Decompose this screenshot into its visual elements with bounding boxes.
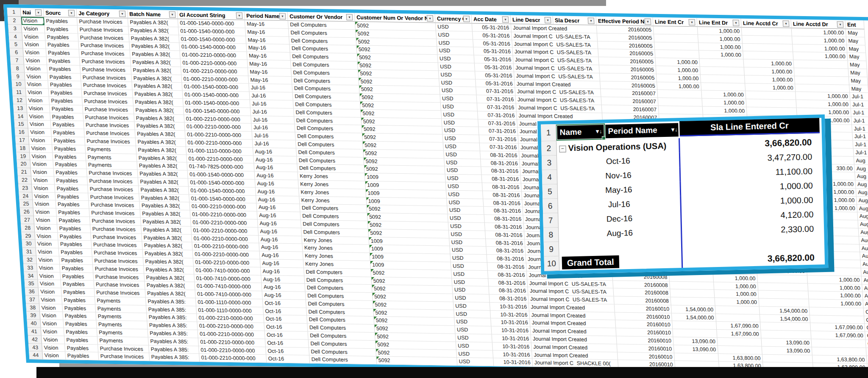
cell-currency[interactable]: USD <box>447 198 484 207</box>
cell-sla[interactable]: US-SALES-TA <box>554 41 598 49</box>
row-number[interactable]: 16 <box>15 128 29 136</box>
cell-ent_dr[interactable] <box>699 59 744 67</box>
cell-account[interactable]: 01-000-1540-0000-000 <box>183 91 250 100</box>
cell-vendor[interactable]: Dell Computers <box>297 164 364 173</box>
cell-eff[interactable]: 20160005 <box>598 57 656 66</box>
cell-vendor[interactable]: Kerry Jones <box>302 244 370 253</box>
cell-currency[interactable]: USD <box>443 135 480 143</box>
filter-dropdown-button[interactable]: ▼ <box>68 10 75 16</box>
cell-ent_cr[interactable]: 1,54,000.00 <box>672 313 716 322</box>
cell-vendor_num[interactable]: 5092 <box>376 357 457 366</box>
cell-period[interactable]: Aug-16 <box>254 164 298 172</box>
cell-acc_date[interactable]: 07-31-2016 <box>477 95 516 104</box>
cell-batch[interactable]: Payables A 382( <box>139 202 190 211</box>
cell-currency[interactable]: USD <box>453 294 490 303</box>
cell-currency[interactable]: USD <box>436 31 473 39</box>
cell-acctd_cr[interactable] <box>742 36 793 44</box>
cell-vendor[interactable]: Dell Computers <box>294 117 362 125</box>
row-number[interactable]: 14 <box>14 112 28 120</box>
cell-period[interactable]: Aug-16 <box>256 203 300 212</box>
cell-eff[interactable]: 20160008 <box>613 281 670 289</box>
cell-acctd_cr[interactable]: 1,000.00 <box>744 67 795 76</box>
filter-dropdown-button[interactable]: ▼ <box>732 19 739 26</box>
cell-account[interactable]: 01-000-2210-0000-000 <box>186 155 254 164</box>
cell-batch[interactable]: Payables A 382( <box>136 146 186 155</box>
cell-source[interactable]: Payables <box>53 153 86 161</box>
cell-account[interactable]: 01-000-1540-0000-000 <box>188 171 255 180</box>
cell-account[interactable]: 01-000-1540-0000-000 <box>178 19 245 28</box>
pivot-row-number[interactable]: 7 <box>543 213 559 228</box>
cell-batch[interactable]: Payables A 382( <box>128 26 179 35</box>
cell-batch[interactable]: Payables A 382( <box>136 154 187 163</box>
cell-ent_dr[interactable]: 1,67,090.00 <box>716 322 761 331</box>
cell-source[interactable]: Payables <box>63 320 97 328</box>
cell-source[interactable]: Payables <box>45 41 79 50</box>
cell-eff[interactable]: 20160008 <box>612 272 670 281</box>
cell-vendor[interactable]: Dell Computers <box>309 340 376 349</box>
cell-acc_date[interactable]: 08-31-2016 <box>489 286 528 295</box>
cell-currency[interactable]: USD <box>452 286 489 295</box>
cell-ent[interactable]: Aug <box>854 157 868 165</box>
cell-name[interactable]: Vision <box>42 344 65 352</box>
cell-period[interactable]: Aug-16 <box>259 243 303 252</box>
cell-batch[interactable]: Payables A 382( <box>131 66 181 75</box>
cell-currency[interactable]: USD <box>456 350 493 359</box>
cell-ent[interactable]: Aug <box>860 245 868 253</box>
cell-line[interactable]: Journal Import Created <box>511 24 554 33</box>
cell-ent_cr[interactable] <box>659 106 703 114</box>
sort-down-icon[interactable]: ▼↓ <box>595 123 601 140</box>
row-number[interactable]: 10 <box>11 81 25 89</box>
cell-account[interactable]: 01-000-2210-0000-000 <box>199 354 267 363</box>
cell-source[interactable]: Payables <box>52 145 86 153</box>
cell-account[interactable]: 01-000-2210-0000-000 <box>198 330 265 339</box>
cell-period[interactable]: Aug-16 <box>256 188 299 196</box>
cell-sla[interactable]: US-SALES-TA <box>556 57 599 65</box>
row-number[interactable]: 2 <box>8 17 22 25</box>
cell-acc_date[interactable]: 10-31-2016 <box>493 359 533 367</box>
cell-name[interactable]: Vision <box>22 25 45 33</box>
cell-name[interactable]: Vision <box>32 184 55 193</box>
cell-vendor[interactable]: Dell Computers <box>300 204 367 213</box>
cell-source[interactable]: Payables <box>47 57 80 66</box>
cell-eff[interactable]: 20160005 <box>597 33 654 42</box>
cell-source[interactable]: Payables <box>60 264 93 273</box>
cell-currency[interactable]: USD <box>444 150 481 159</box>
cell-acc_date[interactable]: 05-31-2016 <box>476 79 515 88</box>
cell-ent[interactable]: Aug <box>859 228 868 236</box>
cell-account[interactable]: 01-000-2210-0000-000 <box>181 59 248 68</box>
cell-je[interactable]: Purchase Invoices <box>80 65 131 74</box>
cell-account[interactable]: 01-000-2210-0000-000 <box>198 338 266 347</box>
row-number[interactable]: 26 <box>20 208 34 216</box>
cell-sla[interactable]: US-SALES-TA <box>570 280 613 288</box>
cell-ent[interactable]: Jul-1 <box>853 141 868 149</box>
cell-acc_date[interactable]: 08-31-2016 <box>486 247 526 255</box>
cell-account[interactable]: 01-000-2210-0000-000 <box>181 67 248 76</box>
cell-acctd_cr[interactable] <box>743 43 793 52</box>
filter-dropdown-button[interactable]: ▼ <box>427 15 434 21</box>
cell-line[interactable]: Journal Import C <box>512 32 554 41</box>
cell-ent[interactable]: May <box>847 53 866 61</box>
row-number[interactable]: 6 <box>10 48 24 56</box>
cell-source[interactable]: Payables <box>44 17 78 25</box>
cell-ent_cr[interactable] <box>654 26 698 35</box>
cell-currency[interactable]: USD <box>454 318 491 326</box>
cell-acc_date[interactable]: 08-31-2016 <box>483 199 523 207</box>
cell-je[interactable]: Purchase Invoices <box>93 265 144 274</box>
cell-acctd_dr[interactable]: 1,000.00 <box>809 299 863 308</box>
cell-ent_cr[interactable] <box>670 297 715 306</box>
cell-name[interactable]: Vision <box>31 168 54 177</box>
cell-vendor[interactable]: Kerry Jones <box>299 196 367 205</box>
cell-source[interactable]: Payables <box>62 304 96 313</box>
cell-acc_date[interactable]: 08-31-2016 <box>482 175 521 183</box>
cell-source[interactable]: Payables <box>48 81 81 89</box>
cell-currency[interactable]: USD <box>451 262 488 271</box>
cell-ent[interactable]: Aug <box>862 292 868 300</box>
cell-period[interactable]: Jul-16 <box>250 100 294 108</box>
cell-ent[interactable]: Aug <box>860 252 868 260</box>
filter-dropdown-button[interactable]: ▼ <box>688 19 695 25</box>
cell-acctd_cr[interactable] <box>758 283 808 292</box>
cell-source[interactable]: Payables <box>53 161 86 169</box>
cell-line[interactable]: Journal Import C <box>528 287 570 296</box>
cell-vendor[interactable]: Dell Computers <box>301 220 368 229</box>
cell-sla[interactable]: US-SALES-TA <box>556 72 600 81</box>
